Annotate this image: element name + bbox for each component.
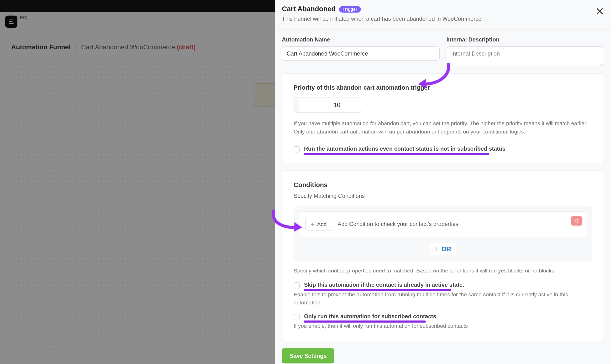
skip-help: Enable this to prevent the automation fr… [293, 291, 592, 307]
priority-heading: Priority of this abandon cart automation… [293, 84, 592, 91]
plus-icon: + [435, 245, 439, 253]
condition-group: + Add Add Condition to check your contac… [293, 206, 592, 261]
priority-decrement[interactable]: − [294, 97, 299, 112]
priority-input[interactable] [299, 97, 361, 112]
automation-name-input[interactable] [282, 46, 439, 61]
annotation-underline-1 [304, 153, 489, 155]
save-settings-button[interactable]: Save Settings [282, 348, 334, 363]
annotation-underline-3 [304, 320, 426, 323]
trigger-badge: Trigger [339, 6, 361, 13]
panel-title: Cart Abandoned [282, 5, 335, 13]
close-icon[interactable] [595, 6, 605, 16]
condition-row: + Add Add Condition to check your contac… [299, 211, 587, 237]
add-condition-button[interactable]: + Add [305, 218, 332, 231]
settings-panel: Cart Abandoned Trigger This Funnel will … [275, 0, 611, 364]
priority-stepper: − + [293, 97, 361, 113]
priority-card: Priority of this abandon cart automation… [282, 73, 604, 163]
plus-icon: + [311, 221, 315, 228]
conditions-help: Specify which contact properties need to… [293, 267, 592, 275]
add-condition-hint: Add Condition to check your contact's pr… [337, 221, 458, 227]
subscribed-checkbox[interactable] [293, 314, 300, 320]
annotation-underline-2 [304, 289, 451, 291]
conditions-sub: Specify Matching Conditions [293, 193, 592, 199]
panel-header: Cart Abandoned Trigger This Funnel will … [275, 0, 611, 30]
panel-subtitle: This Funnel will be initiated when a car… [282, 15, 604, 22]
conditions-card: Conditions Specify Matching Conditions +… [282, 170, 604, 341]
internal-desc-input[interactable] [446, 46, 604, 66]
skip-label: Skip this automation if the contact is a… [304, 282, 464, 288]
subscribed-help: If you enable, then it will only run thi… [293, 322, 592, 330]
or-label: OR [441, 245, 451, 252]
skip-checkbox[interactable] [293, 283, 300, 288]
run-even-checkbox[interactable] [293, 146, 300, 152]
internal-desc-label: Internal Description [446, 37, 604, 43]
conditions-heading: Conditions [293, 181, 592, 188]
priority-help: If you have multiple automation for aban… [293, 119, 592, 136]
subscribed-label: Only run this automation for subscribed … [304, 313, 436, 319]
or-button[interactable]: + OR [430, 243, 456, 254]
automation-name-label: Automation Name [282, 37, 439, 43]
add-button-label: Add [317, 221, 327, 227]
run-even-label: Run the automation actions even contact … [304, 145, 505, 152]
delete-condition-button[interactable] [571, 216, 582, 225]
